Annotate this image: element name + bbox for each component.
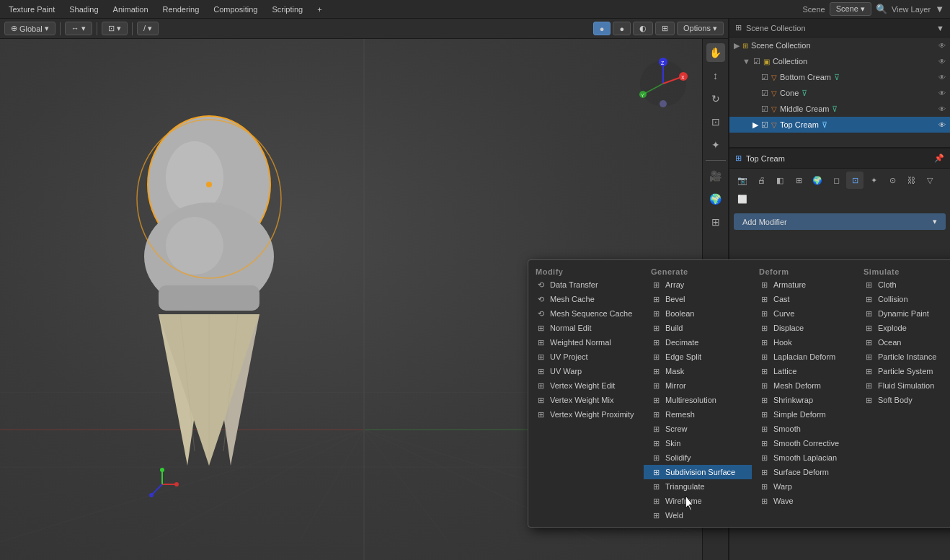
dd-armature[interactable]: ⊞ Armature (752, 277, 856, 292)
tab-output[interactable]: 🖨 (753, 172, 770, 189)
viewport-shading-btn4[interactable]: ⊞ (655, 22, 675, 35)
dd-skin[interactable]: ⊞ Skin (644, 436, 752, 450)
dd-smooth[interactable]: ⊞ Smooth (752, 422, 856, 436)
select-tool-btn[interactable]: ✋ (706, 43, 725, 62)
search-icon[interactable]: 🔍 (876, 4, 887, 14)
scene-dropdown[interactable]: Scene ▾ (830, 2, 871, 16)
sc-eye-icon[interactable]: 👁 (938, 42, 946, 50)
tab-view-layer[interactable]: ◧ (771, 172, 789, 189)
dd-hook[interactable]: ⊞ Hook (752, 335, 856, 350)
dd-wireframe[interactable]: ⊞ Wireframe (644, 494, 752, 508)
dd-uv-warp[interactable]: ⊞ UV Warp (528, 364, 644, 378)
dd-weighted-normal[interactable]: ⊞ Weighted Normal (528, 335, 644, 350)
options-btn[interactable]: Options ▾ (677, 22, 724, 35)
dd-decimate[interactable]: ⊞ Decimate (644, 335, 752, 350)
dd-surface-deform[interactable]: ⊞ Surface Deform (752, 465, 856, 479)
tab-material[interactable]: ⬜ (734, 190, 751, 208)
viewport-shading-btn3[interactable]: ◐ (633, 22, 653, 35)
outliner-bottom-cream[interactable]: ▶ ☑ ▽ Bottom Cream ⊽ 👁 (729, 69, 950, 85)
dd-screw[interactable]: ⊞ Screw (644, 422, 752, 436)
tab-particles[interactable]: ✦ (865, 172, 882, 189)
add-modifier-button[interactable]: Add Modifier ▾ (734, 213, 946, 230)
tab-data[interactable]: ▽ (921, 172, 938, 189)
dd-mesh-deform[interactable]: ⊞ Mesh Deform (752, 378, 856, 393)
proportional-btn[interactable]: / ▾ (137, 22, 159, 35)
col-checkbox[interactable]: ☑ (753, 57, 760, 66)
dd-mesh-cache[interactable]: ⟲ Mesh Cache (528, 292, 644, 306)
dd-cloth[interactable]: ⊞ Cloth (856, 277, 950, 292)
outliner-middle-cream[interactable]: ▶ ☑ ▽ Middle Cream ⊽ 👁 (729, 101, 950, 117)
cone-checkbox[interactable]: ☑ (761, 89, 768, 98)
dd-vertex-weight-mix[interactable]: ⊞ Vertex Weight Mix (528, 393, 644, 407)
dd-soft-body[interactable]: ⊞ Soft Body (856, 393, 950, 407)
topbar-texture-paint[interactable]: Texture Paint (6, 4, 58, 15)
dd-vertex-weight-edit[interactable]: ⊞ Vertex Weight Edit (528, 378, 644, 393)
dd-normal-edit[interactable]: ⊞ Normal Edit (528, 321, 644, 335)
dd-smooth-corrective[interactable]: ⊞ Smooth Corrective (752, 436, 856, 450)
tab-physics[interactable]: ⊙ (884, 172, 901, 189)
topbar-animation[interactable]: Animation (110, 4, 151, 15)
bc-eye-icon[interactable]: 👁 (938, 74, 946, 81)
dd-edge-split[interactable]: ⊞ Edge Split (644, 350, 752, 364)
filter-icon-top[interactable]: ▼ (935, 4, 944, 14)
dd-array[interactable]: ⊞ Array (644, 277, 752, 292)
dd-shrinkwrap[interactable]: ⊞ Shrinkwrap (752, 393, 856, 407)
dd-mask[interactable]: ⊞ Mask (644, 364, 752, 378)
viewport-shading-btn2[interactable]: ● (613, 22, 631, 35)
dd-boolean[interactable]: ⊞ Boolean (644, 306, 752, 321)
topbar-compositing[interactable]: Compositing (210, 4, 260, 15)
dd-simple-deform[interactable]: ⊞ Simple Deform (752, 407, 856, 422)
dd-mirror[interactable]: ⊞ Mirror (644, 378, 752, 393)
render-regions-btn[interactable]: ⊞ (706, 213, 725, 231)
outliner-filter-icon[interactable]: ▼ (936, 24, 944, 32)
viewport-shading-btn1[interactable]: ● (593, 22, 611, 35)
global-transform-btn[interactable]: ⊕ Global ▾ (4, 22, 56, 35)
dd-weld[interactable]: ⊞ Weld (644, 508, 752, 523)
tc-eye-icon[interactable]: 👁 (938, 121, 946, 129)
outliner-top-cream[interactable]: ▶ ☑ ▽ Top Cream ⊽ 👁 (729, 117, 950, 133)
transform-tool-btn[interactable]: ✦ (706, 135, 725, 154)
pin-icon[interactable]: 📌 (934, 154, 944, 163)
dd-remesh[interactable]: ⊞ Remesh (644, 407, 752, 422)
dd-smooth-laplacian[interactable]: ⊞ Smooth Laplacian (752, 450, 856, 465)
dd-wave[interactable]: ⊞ Wave (752, 494, 856, 508)
topbar-rendering[interactable]: Rendering (160, 4, 203, 15)
cone-eye-icon[interactable]: 👁 (938, 89, 946, 97)
camera-tool-btn[interactable]: 🎥 (706, 166, 725, 185)
dd-warp[interactable]: ⊞ Warp (752, 479, 856, 494)
tab-constraints[interactable]: ⛓ (902, 172, 920, 189)
dd-explode[interactable]: ⊞ Explode (856, 321, 950, 335)
dd-displace[interactable]: ⊞ Displace (752, 321, 856, 335)
dd-vertex-weight-proximity[interactable]: ⊞ Vertex Weight Proximity (528, 407, 644, 422)
topbar-scripting[interactable]: Scripting (269, 4, 306, 15)
view-3d-btn[interactable]: 🌍 (706, 190, 725, 208)
dd-solidify[interactable]: ⊞ Solidify (644, 450, 752, 465)
dd-cast[interactable]: ⊞ Cast (752, 292, 856, 306)
pivot-btn[interactable]: ↔ ▾ (65, 22, 92, 35)
col-eye-icon[interactable]: 👁 (938, 58, 946, 66)
snap-btn[interactable]: ⊡ ▾ (102, 22, 128, 35)
dd-particle-instance[interactable]: ⊞ Particle Instance (856, 350, 950, 364)
scale-tool-btn[interactable]: ⊡ (706, 112, 725, 131)
rotate-tool-btn[interactable]: ↻ (706, 89, 725, 108)
dd-data-transfer[interactable]: ⟲ Data Transfer (528, 277, 644, 292)
dd-triangulate[interactable]: ⊞ Triangulate (644, 479, 752, 494)
outliner-collection[interactable]: ▼ ☑ ▣ Collection 👁 (729, 53, 950, 69)
dd-bevel[interactable]: ⊞ Bevel (644, 292, 752, 306)
mc-eye-icon[interactable]: 👁 (938, 105, 946, 113)
dd-curve[interactable]: ⊞ Curve (752, 306, 856, 321)
dd-lattice[interactable]: ⊞ Lattice (752, 364, 856, 378)
tab-scene[interactable]: ⊞ (790, 172, 807, 189)
outliner-cone[interactable]: ▶ ☑ ▽ Cone ⊽ 👁 (729, 85, 950, 101)
move-tool-btn[interactable]: ↕ (706, 66, 725, 85)
dd-build[interactable]: ⊞ Build (644, 321, 752, 335)
dd-uv-project[interactable]: ⊞ UV Project (528, 350, 644, 364)
outliner-scene-collection[interactable]: ▶ ⊞ Scene Collection 👁 (729, 37, 950, 53)
dd-dynamic-paint[interactable]: ⊞ Dynamic Paint (856, 306, 950, 321)
dd-fluid-simulation[interactable]: ⊞ Fluid Simulation (856, 378, 950, 393)
tab-world[interactable]: 🌍 (809, 172, 826, 189)
dd-subdivision-surface[interactable]: ⊞ Subdivision Surface (644, 465, 752, 479)
dd-particle-system[interactable]: ⊞ Particle System (856, 364, 950, 378)
dd-collision[interactable]: ⊞ Collision (856, 292, 950, 306)
dd-multiresolution[interactable]: ⊞ Multiresolution (644, 393, 752, 407)
